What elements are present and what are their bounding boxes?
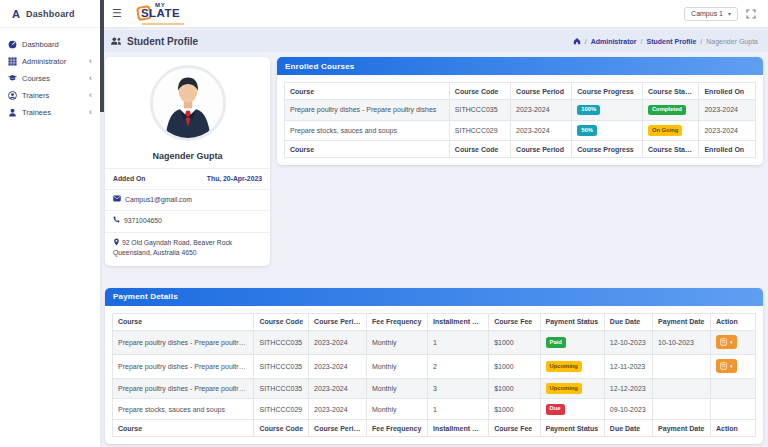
sidebar-item-label: Trainers — [22, 91, 84, 100]
cell-due-date: 12-11-2023 — [604, 354, 652, 378]
column-header: Action — [710, 420, 755, 437]
payment-details-table-wrap: Course Course Code Course Period Fee Fre… — [105, 306, 763, 444]
logo-text-slate: SLATE — [141, 7, 180, 19]
cell-course-code: SITHCCC029 — [254, 399, 309, 420]
top-header: ☰ MY SLATE Campus 1 ▾ — [100, 0, 768, 28]
breadcrumb-link-student-profile[interactable]: Student Profile — [647, 38, 697, 45]
cell-status: Completed — [642, 100, 699, 121]
chevron-left-icon: ‹ — [89, 108, 92, 117]
cell-course-period: 2023-2024 — [511, 120, 572, 141]
cell-due-date: 12-12-2023 — [604, 378, 652, 399]
breadcrumb-separator: / — [585, 38, 587, 45]
cell-payment-status: Upcoming — [540, 378, 604, 399]
column-header: Course Progress — [572, 83, 643, 100]
grid-icon — [8, 57, 17, 66]
avatar-illustration — [153, 68, 223, 138]
cell-installment: 2 — [428, 354, 489, 378]
sidebar-item-dashboard[interactable]: Dashboard — [0, 36, 100, 53]
sidebar-item-trainees[interactable]: Trainees ‹ — [0, 104, 100, 121]
caret-down-icon: ▾ — [728, 10, 731, 17]
sidebar-item-label: Dashboard — [22, 40, 92, 49]
enrolled-courses-table: Course Course Code Course Period Course … — [284, 82, 756, 158]
breadcrumb-current: Nagender Gupta — [706, 38, 758, 45]
campus-select[interactable]: Campus 1 ▾ — [684, 7, 738, 21]
column-header: Fee Frequency — [366, 313, 427, 330]
column-header: Course Fee — [489, 313, 540, 330]
user-icon — [8, 108, 17, 117]
payment-details-table: Course Course Code Course Period Fee Fre… — [112, 313, 756, 437]
hamburger-menu-icon[interactable]: ☰ — [112, 7, 122, 20]
sidebar-brand: A Dashboard — [0, 0, 100, 28]
map-marker-icon — [113, 238, 120, 246]
content: Nagender Gupta Added On Thu, 20-Apr-2023… — [100, 52, 768, 447]
sidebar-item-trainers[interactable]: Trainers ‹ — [0, 87, 100, 104]
added-on-value: Thu, 20-Apr-2023 — [207, 174, 262, 184]
payment-action-button[interactable]: ▾ — [716, 359, 737, 373]
brand-logo-icon: A — [12, 8, 20, 20]
sidebar-item-administrator[interactable]: Administrator ‹ — [0, 53, 100, 70]
sidebar-item-courses[interactable]: Courses ‹ — [0, 70, 100, 87]
main-area: ☰ MY SLATE Campus 1 ▾ Student Profile / … — [100, 0, 768, 447]
cell-course-fee: $1000 — [489, 330, 540, 354]
enrolled-courses-header: Enrolled Courses — [277, 57, 763, 75]
column-header: Payment Status — [540, 313, 604, 330]
column-header: Course Status — [642, 83, 699, 100]
added-on-label: Added On — [113, 174, 145, 184]
breadcrumb-separator: / — [700, 38, 702, 45]
cell-course-period: 2023-2024 — [309, 378, 367, 399]
column-header: Course Period — [309, 420, 367, 437]
cell-payment-status: Paid — [540, 330, 604, 354]
sidebar-edge-strip — [100, 0, 104, 112]
column-header: Course Period — [309, 313, 367, 330]
cell-course: Prepare poultry dishes - Prepare poultry… — [285, 100, 450, 121]
column-header: Course — [285, 83, 450, 100]
breadcrumb: / Administrator / Student Profile / Nage… — [573, 37, 758, 45]
cell-course-period: 2023-2024 — [511, 100, 572, 121]
cell-due-date: 09-10-2023 — [604, 399, 652, 420]
cell-course-fee: $1000 — [489, 378, 540, 399]
sidebar-item-label: Courses — [22, 74, 84, 83]
cell-payment-status: Due — [540, 399, 604, 420]
breadcrumb-link-administrator[interactable]: Administrator — [591, 38, 637, 45]
status-badge: On Going — [648, 125, 682, 136]
avatar-wrap — [105, 57, 270, 149]
student-name: Nagender Gupta — [105, 149, 270, 168]
sidebar-menu: Dashboard Administrator ‹ Courses ‹ Trai… — [0, 28, 100, 121]
cell-course-code: SITHCCC029 — [449, 120, 510, 141]
table-header-row: Course Course Code Course Period Course … — [285, 83, 756, 100]
cell-action — [710, 378, 755, 399]
caret-down-icon: ▾ — [730, 339, 733, 345]
logo-tagline — [142, 23, 184, 25]
column-header: Action — [710, 313, 755, 330]
column-header: Course Progress — [572, 141, 643, 158]
home-icon[interactable] — [573, 37, 581, 45]
column-header: Due Date — [604, 313, 652, 330]
student-address-wrap: 92 Old Gayndah Road, Beaver Rock Queensl… — [113, 238, 262, 258]
cell-installment: 1 — [428, 399, 489, 420]
cell-course-code: SITHCCC035 — [254, 378, 309, 399]
column-header: Course Code — [449, 141, 510, 158]
column-header: Course Period — [511, 83, 572, 100]
address-row: 92 Old Gayndah Road, Beaver Rock Queensl… — [105, 233, 270, 266]
column-header: Course Code — [254, 313, 309, 330]
cell-course: Prepare stocks, sauces and soups — [285, 120, 450, 141]
cell-course: Prepare stocks, sauces and soups — [113, 399, 254, 420]
column-header: Installment No. — [428, 313, 489, 330]
table-row: Prepare poultry dishes - Prepare poultry… — [113, 330, 756, 354]
profile-details: Added On Thu, 20-Apr-2023 Campus1@gmail.… — [105, 168, 270, 266]
table-row: Prepare poultry dishes - Prepare poultry… — [113, 378, 756, 399]
cell-course-code: SITHCCC035 — [254, 354, 309, 378]
column-header: Course Fee — [489, 420, 540, 437]
cell-payment-status: Upcoming — [540, 354, 604, 378]
enrolled-courses-panel: Enrolled Courses Course Course Code Cour… — [277, 57, 763, 165]
email-row: Campus1@gmail.com — [105, 190, 270, 211]
app-logo: MY SLATE — [138, 2, 200, 26]
cell-progress: 50% — [572, 120, 643, 141]
cell-course-fee: $1000 — [489, 399, 540, 420]
cell-fee-frequency: Monthly — [366, 399, 427, 420]
sidebar-item-label: Administrator — [22, 57, 84, 66]
fullscreen-icon[interactable] — [746, 9, 756, 19]
column-header: Course — [113, 420, 254, 437]
column-header: Fee Frequency — [366, 420, 427, 437]
payment-action-button[interactable]: ▾ — [716, 335, 737, 349]
